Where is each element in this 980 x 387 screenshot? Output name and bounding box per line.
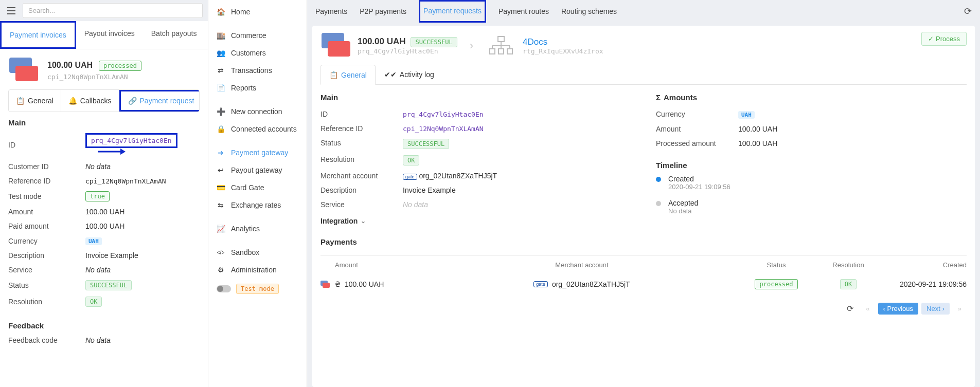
test-mode-value: true	[85, 191, 110, 201]
pager-last[interactable]: »	[953, 303, 967, 315]
row-reference-id: Reference IDcpi_12Nq0WpnTnXLAmAN	[8, 174, 200, 188]
toptab-payments[interactable]: Payments	[315, 1, 347, 22]
test-mode-badge: Test mode	[236, 284, 279, 294]
tab-payout-invoices[interactable]: Payout invoices	[76, 21, 143, 49]
hamburger-icon[interactable]	[5, 5, 17, 17]
tab-batch-payouts[interactable]: Batch payouts	[143, 21, 205, 49]
invoice-hero: 100.00 UAH processed cpi_12Nq0WpnTnXLAmA…	[8, 58, 200, 83]
kv-merchant-label: Merchant account	[320, 172, 403, 180]
kv-currency-label: Currency	[656, 110, 738, 119]
pager-first[interactable]: «	[861, 303, 875, 315]
section-main-heading: Main	[8, 118, 200, 127]
toptab-routing-schemes[interactable]: Routing schemes	[561, 1, 617, 22]
gate-badge: gate	[403, 174, 417, 180]
kv-amount: Amount100.00 UAH	[656, 122, 967, 136]
menu-home[interactable]: 🏠Home	[208, 3, 307, 21]
top-tabs: Payments P2P payments Payment requests P…	[307, 0, 980, 26]
menu-commerce[interactable]: 🏬Commerce	[208, 27, 307, 44]
chart-icon: 📈	[217, 225, 225, 233]
refresh-icon[interactable]: ⟳	[964, 6, 972, 17]
menu-exchange-rates[interactable]: ⇆Exchange rates	[208, 196, 307, 214]
menu-card-gate-label: Card Gate	[231, 183, 264, 192]
clipboard-icon: 📋	[329, 71, 338, 79]
hero-texts: 100.00 UAH processed cpi_12Nq0WpnTnXLAmA…	[47, 61, 141, 81]
menu-new-connection[interactable]: ➕New connection	[208, 103, 307, 120]
menu-analytics[interactable]: 📈Analytics	[208, 220, 307, 237]
menu-transactions-label: Transactions	[231, 66, 272, 75]
users-icon: 👥	[217, 49, 225, 57]
test-mode-toggle[interactable]	[217, 285, 231, 292]
menu-connected-accounts[interactable]: 🔒Connected accounts	[208, 120, 307, 138]
dtab-activity-log[interactable]: ✔✔Activity log	[376, 65, 443, 84]
menu-new-connection-label: New connection	[231, 107, 282, 116]
bc-routing[interactable]: 4Docs rtg_RxIquEXXvU4zIrox	[486, 33, 603, 59]
row-id: ID prq_4Cgv7lGiyHtac0En	[8, 130, 200, 159]
kv-status-label: Status	[320, 139, 403, 149]
left-topbar: Search...	[0, 0, 208, 21]
pager-prev[interactable]: ‹ Previous	[878, 303, 919, 315]
arrow-right-icon	[98, 148, 126, 156]
kv-description: DescriptionInvoice Example	[320, 183, 631, 197]
row-created-value: 2020-09-21 19:09:56	[884, 280, 967, 288]
kv-service-label: Service	[320, 200, 403, 209]
kv-merchant: Merchant accountgate org_02Utan8ZXaTHJ5j…	[320, 169, 631, 183]
kv-resolution: ResolutionOK	[320, 152, 631, 169]
menu-sandbox[interactable]: </>Sandbox	[208, 244, 307, 261]
process-button[interactable]: ✓ Process	[921, 32, 967, 46]
toptab-payment-routes[interactable]: Payment routes	[498, 1, 549, 22]
link-icon: 🔗	[128, 97, 137, 105]
reload-icon[interactable]: ⟳	[847, 304, 853, 314]
row-amount-value: 100.00 UAH	[345, 280, 384, 288]
lock-icon: 🔒	[217, 125, 225, 133]
payments-heading: Payments	[320, 237, 631, 246]
bc-texts: 100.00 UAH SUCCESSFUL prq_4Cgv7lGiyHtac0…	[358, 36, 457, 55]
menu-administration[interactable]: ⚙Administration	[208, 261, 307, 279]
menu-transactions[interactable]: ⇄Transactions	[208, 62, 307, 79]
bc-id: prq_4Cgv7lGiyHtac0En	[358, 47, 457, 55]
docs-link[interactable]: 4Docs	[523, 37, 603, 47]
svg-rect-5	[507, 49, 512, 54]
kv-ref-value[interactable]: cpi_12Nq0WpnTnXLAmAN	[403, 125, 484, 133]
left-body: 100.00 UAH processed cpi_12Nq0WpnTnXLAmA…	[0, 49, 208, 387]
kv-processed-label: Processed amount	[656, 139, 738, 148]
kv-ref-label: Reference ID	[320, 124, 403, 133]
kv-currency: CurrencyUAH	[656, 107, 967, 122]
integration-collapse[interactable]: Integration⌄	[320, 212, 631, 230]
section-feedback-heading: Feedback	[8, 321, 200, 330]
gate-badge: gate	[533, 281, 548, 287]
table-row[interactable]: ₴ 100.00 UAH gateorg_02Utan8ZXaTHJ5jT pr…	[320, 274, 967, 294]
subtab-general[interactable]: 📋General	[9, 90, 61, 112]
svg-rect-3	[490, 49, 495, 54]
subtab-payment-request[interactable]: 🔗Payment request	[119, 90, 200, 112]
check-icon: ✓	[928, 35, 934, 43]
kv-amount-value: 100.00 UAH	[738, 125, 967, 133]
kv-merchant-value: org_02Utan8ZXaTHJ5jT	[419, 172, 497, 180]
kv-status: StatusSUCCESSFUL	[320, 136, 631, 152]
menu-reports[interactable]: 📄Reports	[208, 79, 307, 97]
kv-amount-label: Amount	[656, 125, 738, 133]
subtab-callbacks[interactable]: 🔔Callbacks	[61, 90, 119, 112]
test-mode-toggle-row: Test mode	[208, 279, 307, 299]
toptab-payment-requests[interactable]: Payment requests	[419, 0, 486, 23]
row-status: StatusSUCCESSFUL	[8, 277, 200, 293]
pager-next[interactable]: Next ›	[921, 303, 950, 315]
reference-id-label: Reference ID	[8, 177, 85, 185]
menu-payout-gateway[interactable]: ↩Payout gateway	[208, 161, 307, 179]
paid-amount-label: Paid amount	[8, 222, 85, 230]
search-input[interactable]: Search...	[23, 3, 203, 18]
toptab-p2p-payments[interactable]: P2P payments	[360, 1, 406, 22]
timeline-accepted-time: No data	[668, 207, 698, 215]
menu-card-gate[interactable]: 💳Card Gate	[208, 179, 307, 196]
tab-deposit[interactable]: Deposit	[205, 21, 208, 49]
menu-administration-label: Administration	[231, 266, 277, 274]
id-value[interactable]: prq_4Cgv7lGiyHtac0En	[85, 133, 177, 148]
menu-customers[interactable]: 👥Customers	[208, 44, 307, 62]
hero-amount: 100.00 UAH	[47, 61, 93, 69]
timeline-created-time: 2020-09-21 19:09:56	[668, 183, 730, 191]
subtab-callbacks-label: Callbacks	[80, 97, 112, 105]
dtab-general[interactable]: 📋General	[320, 65, 376, 85]
tab-payment-invoices[interactable]: Payment invoices	[0, 21, 76, 49]
bc-amount: 100.00 UAH	[358, 36, 406, 46]
menu-payment-gateway[interactable]: ➜Payment gateway	[208, 144, 307, 161]
kv-id-value[interactable]: prq_4Cgv7lGiyHtac0En	[403, 110, 484, 118]
